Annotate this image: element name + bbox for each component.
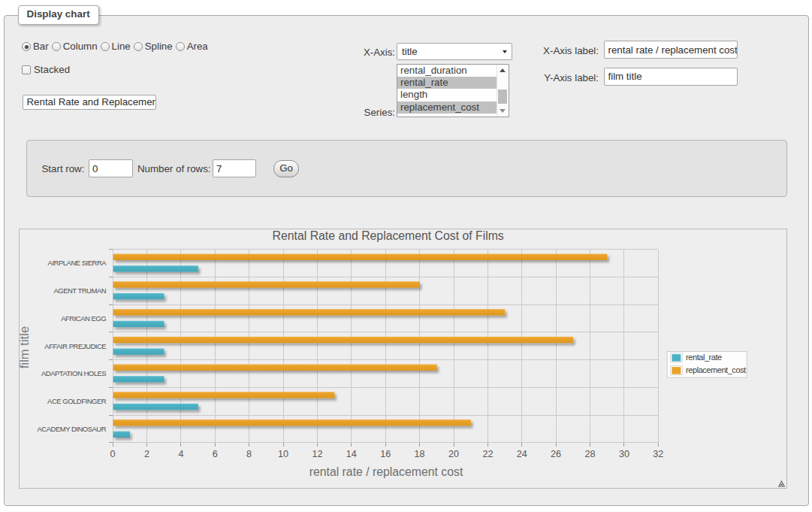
svg-text:6: 6 [213, 449, 218, 459]
svg-text:24: 24 [517, 449, 527, 459]
svg-text:ADAPTATION HOLES: ADAPTATION HOLES [41, 369, 106, 377]
svg-text:rental_rate: rental_rate [686, 353, 722, 362]
svg-text:0: 0 [110, 449, 116, 459]
svg-text:AGENT TRUMAN: AGENT TRUMAN [53, 286, 106, 295]
svg-text:4: 4 [178, 449, 183, 459]
svg-text:2: 2 [144, 449, 149, 459]
svg-text:22: 22 [482, 449, 493, 459]
svg-text:rental rate / replacement cost: rental rate / replacement cost [309, 465, 463, 478]
svg-text:10: 10 [278, 449, 288, 459]
svg-text:12: 12 [312, 449, 322, 459]
svg-text:8: 8 [246, 449, 252, 459]
svg-text:AFFAIR PREJUDICE: AFFAIR PREJUDICE [44, 342, 106, 350]
svg-text:AFRICAN EGG: AFRICAN EGG [61, 314, 106, 323]
svg-text:26: 26 [551, 449, 561, 459]
svg-text:32: 32 [653, 449, 663, 459]
svg-text:14: 14 [346, 449, 357, 459]
svg-text:film title: film title [20, 326, 32, 368]
svg-text:replacement_cost: replacement_cost [686, 365, 746, 374]
svg-text:ACADEMY DINOSAUR: ACADEMY DINOSAUR [38, 425, 107, 433]
svg-text:ACE GOLDFINGER: ACE GOLDFINGER [47, 397, 107, 405]
svg-text:30: 30 [619, 449, 629, 459]
svg-text:28: 28 [584, 449, 595, 459]
svg-text:20: 20 [448, 449, 459, 459]
svg-text:AIRPLANE SIERRA: AIRPLANE SIERRA [48, 259, 107, 267]
svg-text:18: 18 [415, 449, 425, 459]
svg-text:16: 16 [380, 449, 391, 459]
svg-text:Rental Rate and Replacement Co: Rental Rate and Replacement Cost of Film… [273, 229, 504, 242]
